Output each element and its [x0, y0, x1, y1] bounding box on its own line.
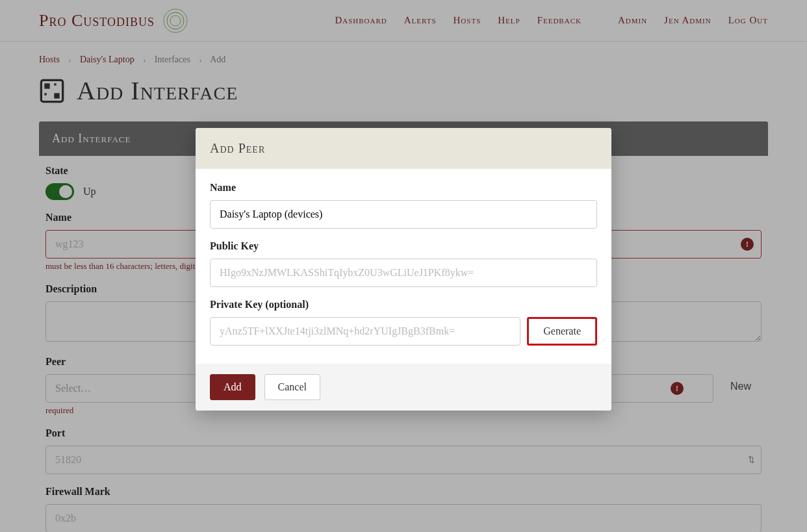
modal-footer: Add Cancel [196, 364, 611, 411]
modal-title: Add Peer [196, 128, 611, 169]
modal-pubkey-input[interactable] [210, 259, 597, 287]
modal-cancel-button[interactable]: Cancel [264, 374, 320, 400]
modal-privkey-input[interactable] [210, 317, 520, 346]
modal-pubkey-label: Public Key [210, 240, 597, 252]
add-peer-modal: Add Peer Name Public Key Private Key (op… [196, 128, 611, 411]
modal-name-input[interactable] [210, 200, 597, 229]
modal-add-button[interactable]: Add [210, 374, 255, 400]
generate-button[interactable]: Generate [527, 317, 597, 346]
modal-privkey-label: Private Key (optional) [210, 299, 597, 310]
modal-name-label: Name [210, 182, 597, 194]
